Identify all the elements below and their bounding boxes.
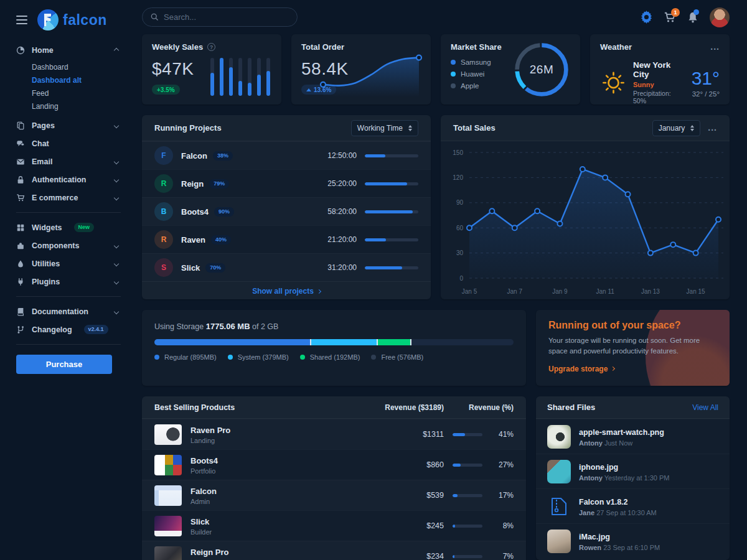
sidebar-item-chat[interactable]: Chat	[16, 134, 121, 152]
chat-icon	[16, 139, 25, 148]
storage-card: Using Storage 1775.06 MB of 2 GB Regular…	[142, 310, 526, 386]
card-title: Weekly Sales	[152, 42, 203, 52]
topbar-icons: 1	[640, 7, 730, 27]
sidebar-item-email[interactable]: Email	[16, 152, 121, 170]
chevron-right-icon	[611, 366, 615, 371]
file-time: 27 Sep at 10:30 AM	[596, 509, 657, 516]
upgrade-storage-link[interactable]: Upgrade storage	[548, 365, 614, 373]
list-item[interactable]: apple-smart-watch.png Antony Just Now	[536, 419, 730, 454]
table-row[interactable]: SlickBuilder $245 8%	[142, 510, 526, 541]
list-item[interactable]: Falcon v1.8.2 Jane 27 Sep at 10:30 AM	[536, 488, 730, 523]
bottom-row: Best Selling Products Revenue ($3189) Re…	[142, 396, 730, 560]
running-projects-header: Running Projects Working Time	[142, 115, 431, 141]
product-revenue: $1311	[350, 430, 444, 439]
product-name: Falcon	[190, 487, 217, 496]
best-selling-header: Best Selling Products Revenue ($3189) Re…	[142, 396, 526, 419]
table-row[interactable]: FalconAdmin $539 17%	[142, 480, 526, 510]
project-percent-badge: 70%	[205, 263, 225, 273]
search-box[interactable]	[142, 7, 298, 27]
help-icon[interactable]: ?	[207, 43, 215, 51]
product-name: Slick	[190, 517, 209, 526]
storage-bar	[154, 339, 514, 345]
sidebar-item-pages[interactable]: Pages	[16, 116, 121, 134]
sidebar-item-changelog[interactable]: Changelog v2.4.1	[16, 320, 121, 338]
cart-icon[interactable]: 1	[664, 11, 676, 24]
more-menu-icon[interactable]: ...	[710, 45, 720, 49]
view-all-link[interactable]: View All	[692, 403, 718, 412]
sidebar-item-utilities[interactable]: Utilities	[16, 254, 121, 273]
sidebar-item-label: Pages	[32, 121, 55, 130]
product-category[interactable]: Builder	[190, 528, 350, 536]
product-category[interactable]: Admin	[190, 498, 350, 505]
project-percent-badge: 90%	[214, 207, 234, 217]
revenue-progress-bar	[453, 555, 482, 558]
project-row[interactable]: R Reign 79% 25:20:00	[142, 169, 431, 197]
list-item[interactable]: iphone.jpg Antony Yesterday at 1:30 PM	[536, 454, 730, 488]
sidebar-item-dashboard[interactable]: Dashboard	[32, 60, 121, 73]
file-name: iphone.jpg	[579, 463, 618, 472]
sidebar-item-dashboard-alt[interactable]: Dashboard alt	[32, 73, 121, 86]
project-row[interactable]: B Boots4 90% 58:20:00	[142, 197, 431, 225]
project-name: Slick	[181, 263, 200, 273]
table-row[interactable]: Reign ProAgency $234 7%	[142, 541, 526, 560]
project-progress-bar	[365, 266, 418, 269]
product-category[interactable]: Landing	[190, 437, 350, 444]
project-percent-badge: 38%	[213, 151, 233, 161]
caret-up-icon	[306, 88, 311, 91]
sidebar-item-widgets[interactable]: Widgets New	[16, 218, 121, 236]
revenue-progress-bar	[453, 525, 482, 528]
sidebar-item-label: Home	[32, 46, 54, 55]
product-category[interactable]: Portfolio	[190, 467, 350, 475]
file-rows: apple-smart-watch.png Antony Just Now ip…	[536, 419, 730, 558]
legend-dot	[371, 355, 376, 360]
notification-dot	[693, 9, 699, 15]
product-rows: Raven ProLanding $1311 41% Boots4Portfol…	[142, 419, 526, 560]
storage-title: Using Storage 1775.06 MB of 2 GB	[154, 322, 514, 331]
card-title: Weather	[600, 42, 632, 52]
list-item[interactable]: iMac.jpg Rowen 23 Sep at 6:10 PM	[536, 523, 730, 558]
hamburger-menu-icon[interactable]	[16, 16, 27, 25]
sidebar-item-landing[interactable]: Landing	[32, 100, 121, 113]
product-revenue: $539	[350, 491, 444, 500]
search-input[interactable]	[164, 12, 289, 22]
product-percent: 41%	[499, 430, 514, 439]
project-row[interactable]: S Slick 70% 31:20:00	[142, 253, 431, 281]
chevron-up-icon	[114, 47, 119, 52]
working-time-select[interactable]: Working Time	[351, 120, 418, 136]
sidebar-item-plugins[interactable]: Plugins	[16, 273, 121, 291]
file-thumbnail	[547, 425, 571, 449]
sidebar-item-ecommerce[interactable]: E commerce	[16, 189, 121, 207]
sidebar-item-authentication[interactable]: Authentication	[16, 170, 121, 189]
show-all-projects-link[interactable]: Show all projects	[142, 281, 431, 299]
file-author: Jane	[579, 509, 594, 516]
chevron-down-icon	[114, 195, 119, 200]
project-name: Reign	[181, 179, 204, 189]
svg-text:0: 0	[459, 275, 463, 282]
project-row[interactable]: R Raven 40% 21:20:00	[142, 225, 431, 253]
sidebar-item-feed[interactable]: Feed	[32, 86, 121, 100]
user-avatar[interactable]	[710, 7, 730, 27]
project-row[interactable]: F Falcon 38% 12:50:00	[142, 141, 431, 169]
sidebar-item-components[interactable]: Components	[16, 236, 121, 254]
month-select[interactable]: January	[652, 120, 701, 136]
puzzle-icon	[16, 241, 25, 250]
legend-dot	[228, 355, 233, 360]
project-name: Falcon	[181, 151, 207, 161]
project-time: 31:20:00	[327, 263, 357, 272]
running-projects-card: Running Projects Working Time F Falcon 3…	[142, 115, 431, 299]
svg-text:Jan 7: Jan 7	[507, 288, 522, 295]
table-row[interactable]: Raven ProLanding $1311 41%	[142, 419, 526, 449]
more-menu-icon[interactable]: ...	[708, 126, 717, 130]
purchase-button[interactable]: Purchase	[16, 355, 112, 374]
file-thumbnail	[547, 530, 571, 553]
sidebar-item-label: Components	[32, 241, 79, 250]
sidebar-header: falcon	[0, 7, 132, 32]
table-row[interactable]: Boots4Portfolio $860 27%	[142, 449, 526, 480]
settings-gear-icon[interactable]	[640, 11, 653, 24]
sidebar-item-documentation[interactable]: Documentation	[16, 302, 121, 320]
legend-dot	[451, 60, 456, 65]
svg-text:90: 90	[456, 199, 464, 206]
notifications-bell-icon[interactable]	[687, 11, 699, 24]
sidebar-item-home[interactable]: Home	[16, 41, 121, 59]
falcon-logo[interactable]: falcon	[37, 9, 107, 30]
